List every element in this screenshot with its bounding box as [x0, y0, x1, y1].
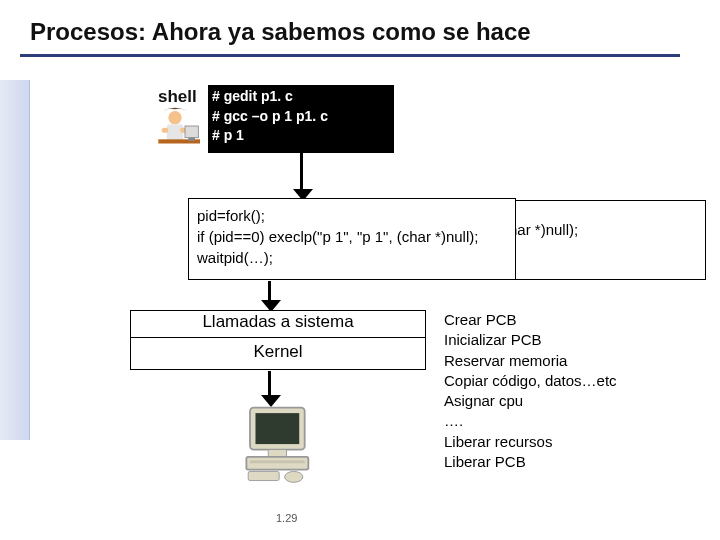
svg-point-0 — [168, 111, 181, 124]
svg-rect-12 — [248, 471, 279, 480]
svg-rect-9 — [268, 450, 286, 457]
terminal-box: # gedit p1. c # gcc –o p 1 p1. c # p 1 — [208, 85, 394, 153]
code-box-foreground: pid=fork(); if (pid==0) execlp("p 1", "p… — [188, 198, 516, 280]
side-stripe — [0, 80, 30, 440]
arrow-kernel-to-hardware — [268, 371, 271, 395]
terminal-line: # p 1 — [212, 126, 390, 146]
pcb-line: Reservar memoria — [444, 351, 714, 371]
pcb-line: Liberar PCB — [444, 452, 714, 472]
svg-rect-1 — [167, 124, 184, 141]
svg-rect-5 — [185, 126, 198, 138]
computer-monitor-icon — [244, 404, 318, 486]
code-line: waitpid(…); — [197, 247, 507, 268]
svg-rect-10 — [246, 457, 308, 470]
shell-label: shell — [158, 87, 197, 107]
code-line: pid=fork(); — [197, 205, 507, 226]
title-underline — [20, 54, 680, 57]
pcb-line: Asignar cpu — [444, 391, 714, 411]
code-line: if (pid==0) execlp("p 1", "p 1", (char *… — [197, 226, 507, 247]
page-number: 1.29 — [276, 512, 297, 524]
svg-rect-6 — [188, 138, 195, 141]
kernel-box: Kernel — [130, 338, 426, 370]
pcb-line: Crear PCB — [444, 310, 714, 330]
svg-point-13 — [285, 471, 303, 482]
terminal-line: # gcc –o p 1 p1. c — [212, 107, 390, 127]
pcb-line: Inicializar PCB — [444, 330, 714, 350]
arrow-terminal-to-code — [300, 153, 303, 189]
pcb-line: Copiar código, datos…etc — [444, 371, 714, 391]
arrow-code-to-syscalls — [268, 281, 271, 301]
svg-rect-11 — [250, 460, 305, 463]
svg-rect-8 — [255, 413, 299, 444]
pcb-line: Liberar recursos — [444, 432, 714, 452]
syscalls-box: Llamadas a sistema — [130, 310, 426, 338]
terminal-line: # gedit p1. c — [212, 87, 390, 107]
pcb-line: …. — [444, 411, 714, 431]
pcb-steps-text: Crear PCB Inicializar PCB Reservar memor… — [444, 310, 714, 472]
page-title: Procesos: Ahora ya sabemos como se hace — [30, 18, 531, 46]
svg-rect-2 — [162, 128, 169, 133]
person-at-desk-icon — [155, 106, 205, 156]
